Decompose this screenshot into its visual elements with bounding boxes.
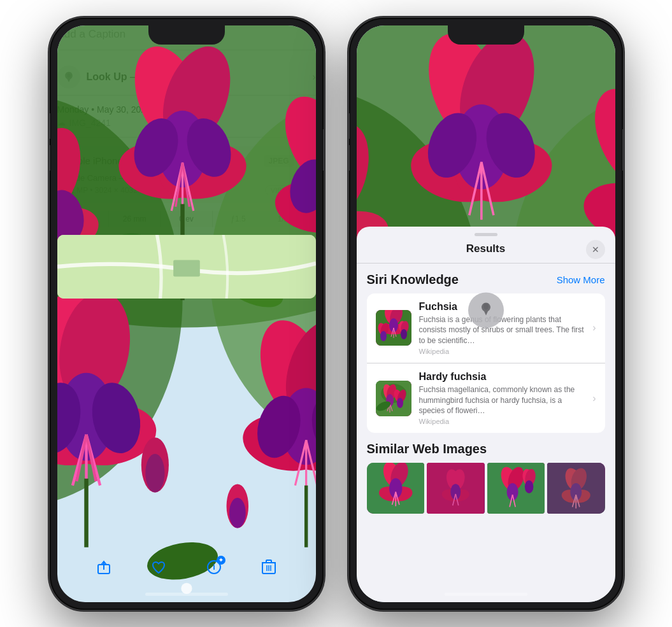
fuchsia-description: Fuchsia is a genus of flowering plants t… <box>419 314 585 346</box>
results-title: Results <box>466 243 505 255</box>
jpeg-badge: JPEG <box>264 155 293 167</box>
close-button[interactable]: ✕ <box>586 240 605 259</box>
svg-point-102 <box>357 116 378 225</box>
drag-handle[interactable] <box>475 233 497 236</box>
svg-line-45 <box>86 434 100 485</box>
photo-date: Monday • May 30, 2022 • 9:23 AM <box>57 104 192 115</box>
home-indicator <box>145 593 228 596</box>
svg-rect-201 <box>547 463 605 514</box>
svg-point-109 <box>580 78 615 200</box>
svg-point-190 <box>524 481 533 493</box>
svg-point-42 <box>85 378 146 458</box>
info-button[interactable]: i ✦ <box>201 554 227 580</box>
svg-point-51 <box>278 408 316 477</box>
exif-aperture: ƒ1.5 <box>213 211 264 227</box>
svg-point-73 <box>67 73 70 78</box>
siri-knowledge-header: Siri Knowledge Show More <box>367 272 605 287</box>
svg-point-38 <box>57 398 116 471</box>
svg-point-52 <box>281 388 315 465</box>
svg-line-47 <box>86 434 96 481</box>
svg-text:i: i <box>213 562 215 572</box>
svg-point-92 <box>446 25 548 155</box>
svg-point-136 <box>483 303 489 309</box>
svg-point-101 <box>357 116 359 225</box>
svg-point-50 <box>238 408 316 477</box>
web-image-3[interactable] <box>487 463 545 514</box>
hardy-description: Fuchsia magellanica, commonly known as t… <box>419 384 585 416</box>
results-header: Results ✕ <box>357 240 615 264</box>
volume-up-button <box>349 113 350 139</box>
notch <box>148 25 225 45</box>
power-button <box>323 129 324 171</box>
svg-point-95 <box>454 104 508 189</box>
exif-focal: 26 mm <box>109 211 161 227</box>
device-badges: JPEG ⊙ <box>264 154 306 168</box>
delete-button[interactable] <box>256 554 282 580</box>
show-more-button[interactable]: Show More <box>557 274 605 285</box>
web-image-1[interactable] <box>367 463 425 514</box>
svg-line-98 <box>469 162 481 215</box>
cloud-icon: ☁ <box>57 118 66 127</box>
knowledge-item-hardy[interactable]: Hardy fuchsia Fuchsia magellanica, commo… <box>367 363 605 433</box>
phones-container: Add a Caption Look Up – Plant › <box>37 5 636 623</box>
lookup-row[interactable]: Look Up – Plant › <box>57 59 316 95</box>
left-phone: Add a Caption Look Up – Plant › <box>50 18 324 610</box>
web-images-section: Similar Web Images <box>367 442 605 514</box>
vibrant-badge: VIBRANT <box>265 185 307 195</box>
svg-point-148 <box>380 331 387 341</box>
svg-point-185 <box>506 483 518 500</box>
right-phone-screen: Results ✕ Siri Knowledge Show More <box>357 25 615 602</box>
fuchsia-source: Wikipedia <box>419 348 585 355</box>
svg-point-48 <box>248 311 316 429</box>
hardy-text: Hardy fuchsia Fuchsia magellanica, commo… <box>419 371 585 425</box>
svg-point-61 <box>229 498 245 528</box>
svg-point-97 <box>478 106 543 184</box>
notch <box>448 25 524 45</box>
photo-metadata: Monday • May 30, 2022 • 9:23 AM Adjust ☁… <box>57 104 316 137</box>
device-name: Apple iPhone 13 Pro <box>66 155 154 166</box>
svg-point-53 <box>250 391 306 463</box>
exif-shutter: 1/181 s <box>264 211 315 227</box>
map-preview[interactable] <box>57 235 316 299</box>
svg-point-39 <box>57 398 161 471</box>
image-specs: 12 MP • 3024 × 4032 • 3.5 MB <box>66 186 169 195</box>
filename: IMG_4241 <box>69 118 111 128</box>
fuchsia-chevron-icon: › <box>592 322 596 334</box>
svg-point-60 <box>226 484 248 528</box>
adjust-button[interactable]: Adjust <box>289 104 316 115</box>
svg-rect-76 <box>173 260 200 276</box>
left-phone-screen: Add a Caption Look Up – Plant › <box>57 25 316 602</box>
photo-info-panel: Add a Caption Look Up – Plant › <box>57 25 316 299</box>
svg-line-100 <box>481 162 493 215</box>
exif-iso: ISO 50 <box>57 211 109 227</box>
fuchsia-thumbnail <box>376 310 411 346</box>
svg-point-40 <box>59 372 113 460</box>
svg-point-94 <box>450 132 557 209</box>
svg-point-59 <box>145 454 164 492</box>
web-image-2[interactable] <box>427 463 485 514</box>
svg-point-151 <box>401 329 407 339</box>
location-icon: ⊙ <box>297 154 307 168</box>
camera-info: Wide Camera — 26 mm ƒ1.5 <box>66 173 307 183</box>
hardy-thumbnail <box>376 381 411 416</box>
volume-down-button <box>349 145 350 171</box>
svg-rect-181 <box>427 463 485 514</box>
volume-down-button <box>50 145 50 171</box>
volume-up-button <box>50 113 50 139</box>
right-phone: Results ✕ Siri Knowledge Show More <box>349 18 623 610</box>
home-indicator <box>445 593 527 596</box>
svg-point-54 <box>305 391 316 463</box>
web-image-4[interactable] <box>547 463 605 514</box>
results-panel: Results ✕ Siri Knowledge Show More <box>357 227 615 602</box>
share-button[interactable] <box>91 554 117 580</box>
photo-toolbar: i ✦ <box>57 548 316 586</box>
web-images-header: Similar Web Images <box>367 442 605 456</box>
favorite-button[interactable] <box>146 554 171 580</box>
svg-line-46 <box>76 434 86 481</box>
visual-lookup-button[interactable] <box>468 292 504 328</box>
siri-knowledge-title: Siri Knowledge <box>367 272 459 287</box>
web-images-title: Similar Web Images <box>367 442 487 456</box>
svg-line-57 <box>306 440 315 485</box>
svg-point-41 <box>57 378 87 458</box>
hardy-name: Hardy fuchsia <box>419 371 585 383</box>
